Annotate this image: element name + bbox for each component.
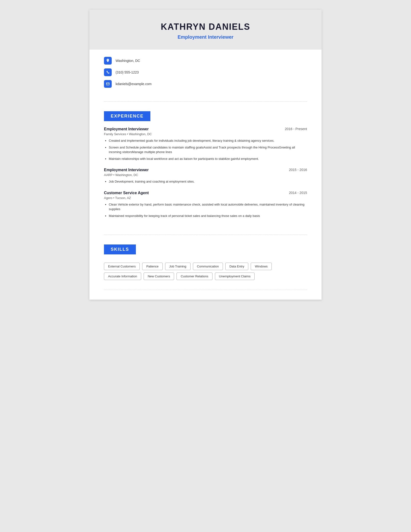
job-bullets-2: Clean Vehicle exterior by hand, perform …	[104, 202, 307, 218]
skill-tag-4: Data Entry	[225, 263, 248, 270]
job-dates-1: 2015 - 2016	[289, 168, 307, 172]
job-company-2: Agero • Tucson, AZ	[104, 196, 307, 200]
job-bullet-2-1: Maintained responsibility for keeping tr…	[109, 214, 307, 218]
job-bullets-1: Job Development, training and coaching a…	[104, 179, 307, 184]
experience-item-1: Employment Interviewer2015 - 2016AARP • …	[104, 168, 307, 184]
skill-tag-1: Patience	[142, 263, 163, 270]
experience-list: Employment Interviewer2016 - PresentFami…	[104, 127, 307, 218]
contact-section: Washington, DC (310) 555-1223 kdaniels@e…	[89, 50, 322, 99]
job-bullets-0: Created and implemented goals for indivi…	[104, 138, 307, 161]
job-company-1: AARP • Washington, DC	[104, 173, 307, 177]
job-dates-0: 2016 - Present	[285, 127, 307, 131]
job-company-0: Family Services • Washington, DC	[104, 132, 307, 136]
skills-section: SKILLS External CustomersPatienceJob Tra…	[89, 237, 322, 287]
job-dates-2: 2014 - 2015	[289, 191, 307, 195]
job-title-1: Employment Interviewer	[104, 168, 149, 172]
phone-text: (310) 555-1223	[116, 70, 139, 74]
skill-tag-9: Unemployment Claims	[215, 273, 255, 280]
skills-grid: External CustomersPatienceJob TrainingCo…	[104, 263, 307, 280]
skill-tag-7: New Customers	[144, 273, 174, 280]
phone-icon	[104, 68, 112, 76]
skill-tag-5: Windows	[251, 263, 272, 270]
experience-section: EXPERIENCE Employment Interviewer2016 - …	[89, 104, 322, 232]
divider-bottom	[104, 290, 307, 290]
experience-item-0: Employment Interviewer2016 - PresentFami…	[104, 127, 307, 161]
email-icon	[104, 80, 112, 88]
skills-section-header: SKILLS	[104, 245, 136, 254]
email-text: kdaniels@example.com	[116, 82, 152, 86]
candidate-name: KATHRYN DANIELS	[104, 22, 307, 32]
contact-email: kdaniels@example.com	[104, 80, 307, 88]
skill-tag-3: Communication	[193, 263, 223, 270]
skill-tag-0: External Customers	[104, 263, 140, 270]
candidate-title: Employment Interviewer	[104, 34, 307, 40]
skill-tag-2: Job Training	[165, 263, 190, 270]
location-text: Washington, DC	[116, 59, 140, 63]
job-bullet-0-2: Maintain relationships with local workfo…	[109, 156, 307, 161]
job-bullet-2-0: Clean Vehicle exterior by hand, perform …	[109, 202, 307, 212]
job-title-0: Employment Interviewer	[104, 127, 149, 131]
resume-container: KATHRYN DANIELS Employment Interviewer W…	[89, 10, 322, 300]
divider-experience-skills	[104, 235, 307, 235]
resume-header: KATHRYN DANIELS Employment Interviewer	[89, 10, 322, 50]
contact-location: Washington, DC	[104, 57, 307, 65]
experience-item-2: Customer Service Agent2014 - 2015Agero •…	[104, 191, 307, 218]
job-bullet-1-0: Job Development, training and coaching a…	[109, 179, 307, 184]
skill-tag-8: Customer Relations	[177, 273, 212, 280]
skill-tag-6: Accurate Information	[104, 273, 141, 280]
experience-section-header: EXPERIENCE	[104, 111, 150, 121]
divider-contact-experience	[104, 101, 307, 102]
svg-rect-0	[106, 83, 109, 85]
contact-phone: (310) 555-1223	[104, 68, 307, 76]
job-bullet-0-1: Screen and Schedule potential candidates…	[109, 145, 307, 154]
job-title-2: Customer Service Agent	[104, 191, 149, 195]
location-icon	[104, 57, 112, 65]
job-bullet-0-0: Created and implemented goals for indivi…	[109, 138, 307, 143]
